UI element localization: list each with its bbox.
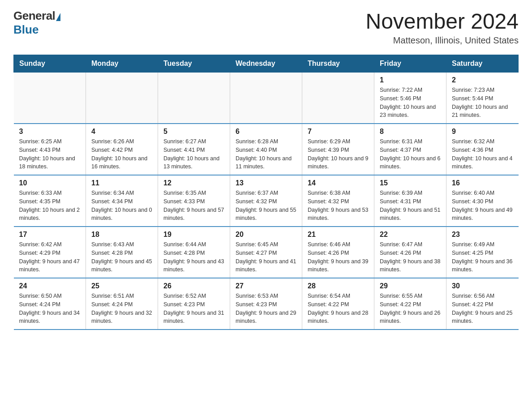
calendar-cell: 1Sunrise: 7:22 AMSunset: 5:46 PMDaylight…: [374, 73, 446, 124]
day-info: Sunrise: 6:26 AMSunset: 4:42 PMDaylight:…: [91, 137, 152, 171]
day-info: Sunrise: 6:51 AMSunset: 4:24 PMDaylight:…: [91, 292, 152, 325]
day-number: 23: [452, 231, 513, 239]
day-info: Sunrise: 6:37 AMSunset: 4:32 PMDaylight:…: [236, 189, 296, 223]
calendar-cell: 21Sunrise: 6:46 AMSunset: 4:26 PMDayligh…: [302, 227, 374, 278]
day-number: 21: [308, 231, 369, 239]
calendar-cell: [86, 73, 158, 124]
day-number: 5: [163, 128, 224, 136]
day-number: 11: [91, 179, 152, 187]
day-info: Sunrise: 6:50 AMSunset: 4:24 PMDaylight:…: [19, 292, 81, 325]
calendar-table: SundayMondayTuesdayWednesdayThursdayFrid…: [13, 55, 519, 330]
day-info: Sunrise: 6:39 AMSunset: 4:31 PMDaylight:…: [380, 189, 441, 223]
calendar-cell: [302, 73, 374, 124]
day-info: Sunrise: 6:46 AMSunset: 4:26 PMDaylight:…: [308, 240, 369, 274]
calendar-header-row: SundayMondayTuesdayWednesdayThursdayFrid…: [14, 55, 519, 73]
title-section: November 2024 Matteson, Illinois, United…: [365, 9, 519, 46]
calendar-cell: 18Sunrise: 6:43 AMSunset: 4:28 PMDayligh…: [86, 227, 158, 278]
day-info: Sunrise: 6:31 AMSunset: 4:37 PMDaylight:…: [380, 137, 441, 171]
calendar-week-4: 17Sunrise: 6:42 AMSunset: 4:29 PMDayligh…: [14, 227, 519, 278]
day-info: Sunrise: 6:38 AMSunset: 4:32 PMDaylight:…: [308, 189, 369, 223]
day-number: 30: [452, 282, 513, 290]
calendar-cell: 8Sunrise: 6:31 AMSunset: 4:37 PMDaylight…: [374, 124, 446, 175]
calendar-cell: 30Sunrise: 6:56 AMSunset: 4:22 PMDayligh…: [446, 278, 519, 330]
day-number: 29: [380, 282, 441, 290]
day-number: 6: [236, 128, 296, 136]
calendar-week-3: 10Sunrise: 6:33 AMSunset: 4:35 PMDayligh…: [14, 175, 519, 227]
day-number: 17: [19, 231, 81, 239]
day-number: 27: [236, 282, 296, 290]
day-number: 12: [163, 179, 224, 187]
day-number: 14: [308, 179, 369, 187]
calendar-header-friday: Friday: [374, 55, 446, 73]
day-info: Sunrise: 6:43 AMSunset: 4:28 PMDaylight:…: [91, 240, 152, 274]
day-number: 28: [308, 282, 369, 290]
calendar-cell: [158, 73, 230, 124]
calendar-cell: [230, 73, 302, 124]
calendar-cell: 4Sunrise: 6:26 AMSunset: 4:42 PMDaylight…: [86, 124, 158, 175]
calendar-cell: 28Sunrise: 6:54 AMSunset: 4:22 PMDayligh…: [302, 278, 374, 330]
day-info: Sunrise: 6:49 AMSunset: 4:25 PMDaylight:…: [452, 240, 513, 274]
calendar-header-sunday: Sunday: [14, 55, 86, 73]
calendar-cell: 29Sunrise: 6:55 AMSunset: 4:22 PMDayligh…: [374, 278, 446, 330]
day-number: 10: [19, 179, 81, 187]
day-info: Sunrise: 6:29 AMSunset: 4:39 PMDaylight:…: [308, 137, 369, 171]
day-number: 25: [91, 282, 152, 290]
calendar-cell: 20Sunrise: 6:45 AMSunset: 4:27 PMDayligh…: [230, 227, 302, 278]
day-info: Sunrise: 6:28 AMSunset: 4:40 PMDaylight:…: [236, 137, 296, 171]
calendar-header-saturday: Saturday: [446, 55, 519, 73]
day-number: 13: [236, 179, 296, 187]
calendar-cell: 5Sunrise: 6:27 AMSunset: 4:41 PMDaylight…: [158, 124, 230, 175]
day-info: Sunrise: 6:47 AMSunset: 4:26 PMDaylight:…: [380, 240, 441, 274]
calendar-header-tuesday: Tuesday: [158, 55, 230, 73]
day-info: Sunrise: 6:42 AMSunset: 4:29 PMDaylight:…: [19, 240, 81, 274]
calendar-cell: 19Sunrise: 6:44 AMSunset: 4:28 PMDayligh…: [158, 227, 230, 278]
day-number: 9: [452, 128, 513, 136]
day-info: Sunrise: 6:45 AMSunset: 4:27 PMDaylight:…: [236, 240, 296, 274]
calendar-cell: 9Sunrise: 6:32 AMSunset: 4:36 PMDaylight…: [446, 124, 519, 175]
day-number: 7: [308, 128, 369, 136]
calendar-header-monday: Monday: [86, 55, 158, 73]
day-info: Sunrise: 6:35 AMSunset: 4:33 PMDaylight:…: [163, 189, 224, 223]
day-info: Sunrise: 6:55 AMSunset: 4:22 PMDaylight:…: [380, 292, 441, 325]
location: Matteson, Illinois, United States: [365, 35, 519, 46]
calendar-cell: 14Sunrise: 6:38 AMSunset: 4:32 PMDayligh…: [302, 175, 374, 227]
calendar-cell: 17Sunrise: 6:42 AMSunset: 4:29 PMDayligh…: [14, 227, 86, 278]
calendar-cell: 11Sunrise: 6:34 AMSunset: 4:34 PMDayligh…: [86, 175, 158, 227]
day-number: 20: [236, 231, 296, 239]
day-number: 3: [19, 128, 81, 136]
calendar-cell: 16Sunrise: 6:40 AMSunset: 4:30 PMDayligh…: [446, 175, 519, 227]
day-number: 15: [380, 179, 441, 187]
day-number: 24: [19, 282, 81, 290]
day-number: 8: [380, 128, 441, 136]
calendar-header-thursday: Thursday: [302, 55, 374, 73]
day-number: 26: [163, 282, 224, 290]
calendar-cell: 6Sunrise: 6:28 AMSunset: 4:40 PMDaylight…: [230, 124, 302, 175]
calendar-cell: 27Sunrise: 6:53 AMSunset: 4:23 PMDayligh…: [230, 278, 302, 330]
calendar-cell: [14, 73, 86, 124]
calendar-cell: 22Sunrise: 6:47 AMSunset: 4:26 PMDayligh…: [374, 227, 446, 278]
day-number: 1: [380, 76, 441, 84]
calendar-cell: 7Sunrise: 6:29 AMSunset: 4:39 PMDaylight…: [302, 124, 374, 175]
calendar-cell: 10Sunrise: 6:33 AMSunset: 4:35 PMDayligh…: [14, 175, 86, 227]
calendar-cell: 23Sunrise: 6:49 AMSunset: 4:25 PMDayligh…: [446, 227, 519, 278]
calendar-cell: 3Sunrise: 6:25 AMSunset: 4:43 PMDaylight…: [14, 124, 86, 175]
day-info: Sunrise: 6:32 AMSunset: 4:36 PMDaylight:…: [452, 137, 513, 171]
calendar-week-1: 1Sunrise: 7:22 AMSunset: 5:46 PMDaylight…: [14, 73, 519, 124]
day-info: Sunrise: 6:34 AMSunset: 4:34 PMDaylight:…: [91, 189, 152, 223]
logo-triangle-icon: [56, 13, 60, 21]
calendar-cell: 26Sunrise: 6:52 AMSunset: 4:23 PMDayligh…: [158, 278, 230, 330]
calendar-week-2: 3Sunrise: 6:25 AMSunset: 4:43 PMDaylight…: [14, 124, 519, 175]
logo: General Blue: [13, 9, 60, 37]
calendar-cell: 25Sunrise: 6:51 AMSunset: 4:24 PMDayligh…: [86, 278, 158, 330]
day-number: 22: [380, 231, 441, 239]
day-info: Sunrise: 7:22 AMSunset: 5:46 PMDaylight:…: [380, 86, 441, 120]
day-number: 2: [452, 76, 513, 84]
calendar-header-wednesday: Wednesday: [230, 55, 302, 73]
calendar-cell: 12Sunrise: 6:35 AMSunset: 4:33 PMDayligh…: [158, 175, 230, 227]
day-number: 16: [452, 179, 513, 187]
calendar-cell: 13Sunrise: 6:37 AMSunset: 4:32 PMDayligh…: [230, 175, 302, 227]
page-header: General Blue November 2024 Matteson, Ill…: [13, 9, 519, 46]
month-title: November 2024: [365, 9, 519, 34]
calendar-cell: 15Sunrise: 6:39 AMSunset: 4:31 PMDayligh…: [374, 175, 446, 227]
day-number: 19: [163, 231, 224, 239]
